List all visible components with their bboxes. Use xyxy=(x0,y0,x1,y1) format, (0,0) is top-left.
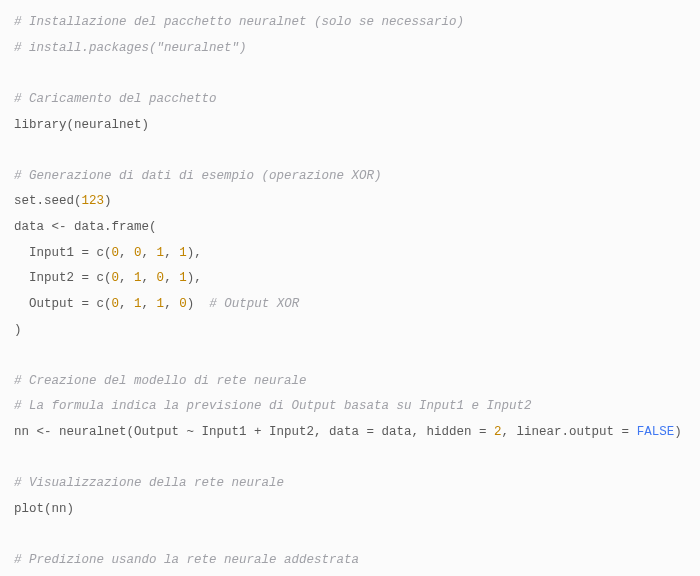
code-block: # Installazione del pacchetto neuralnet … xyxy=(14,10,686,576)
code-token: 1 xyxy=(157,297,165,311)
code-token: Input2 = xyxy=(14,271,97,285)
code-token: , xyxy=(164,246,179,260)
code-token: , xyxy=(164,297,179,311)
code-token: 2 xyxy=(494,425,502,439)
code-token: 0 xyxy=(112,271,120,285)
code-token: ( xyxy=(104,297,112,311)
code-token: ) xyxy=(187,297,210,311)
code-token: ), xyxy=(187,246,202,260)
code-token: ) xyxy=(104,194,112,208)
code-token: 0 xyxy=(157,271,165,285)
code-token: library(neuralnet) xyxy=(14,118,149,132)
code-token: # Caricamento del pacchetto xyxy=(14,92,217,106)
code-token: 0 xyxy=(112,246,120,260)
code-token: 0 xyxy=(134,246,142,260)
code-token: ) xyxy=(674,425,682,439)
code-token: 0 xyxy=(179,297,187,311)
code-token: , xyxy=(119,246,134,260)
code-token: plot(nn) xyxy=(14,502,74,516)
code-token: # Generazione di dati di esempio (operaz… xyxy=(14,169,382,183)
code-token: # install.packages("neuralnet") xyxy=(14,41,247,55)
code-token: , xyxy=(142,246,157,260)
code-token: 0 xyxy=(112,297,120,311)
code-token: 1 xyxy=(134,271,142,285)
code-token: 1 xyxy=(134,297,142,311)
code-token: , xyxy=(142,297,157,311)
code-token: Input1 = xyxy=(14,246,97,260)
code-token: set.seed( xyxy=(14,194,82,208)
code-token: ) xyxy=(14,323,22,337)
code-token: 123 xyxy=(82,194,105,208)
code-token: Output = xyxy=(14,297,97,311)
code-token: ( xyxy=(104,246,112,260)
code-token: , xyxy=(142,271,157,285)
code-token: c xyxy=(97,297,105,311)
code-token: nn <- neuralnet(Output ~ Input1 + Input2… xyxy=(14,425,494,439)
code-token: 1 xyxy=(179,246,187,260)
code-token: # Output XOR xyxy=(209,297,299,311)
code-token: c xyxy=(97,271,105,285)
code-token: # Creazione del modello di rete neurale xyxy=(14,374,307,388)
code-token: ( xyxy=(104,271,112,285)
code-token: , xyxy=(119,271,134,285)
code-token: ), xyxy=(187,271,202,285)
code-token: data <- data.frame( xyxy=(14,220,157,234)
code-token: # La formula indica la previsione di Out… xyxy=(14,399,532,413)
code-token: , xyxy=(164,271,179,285)
code-token: # Visualizzazione della rete neurale xyxy=(14,476,284,490)
code-token: 1 xyxy=(179,271,187,285)
code-token: c xyxy=(97,246,105,260)
code-token: # Predizione usando la rete neurale adde… xyxy=(14,553,359,567)
code-token: 1 xyxy=(157,246,165,260)
code-token: , xyxy=(119,297,134,311)
code-token: # Installazione del pacchetto neuralnet … xyxy=(14,15,464,29)
code-token: , linear.output = xyxy=(502,425,637,439)
code-token: FALSE xyxy=(637,425,675,439)
